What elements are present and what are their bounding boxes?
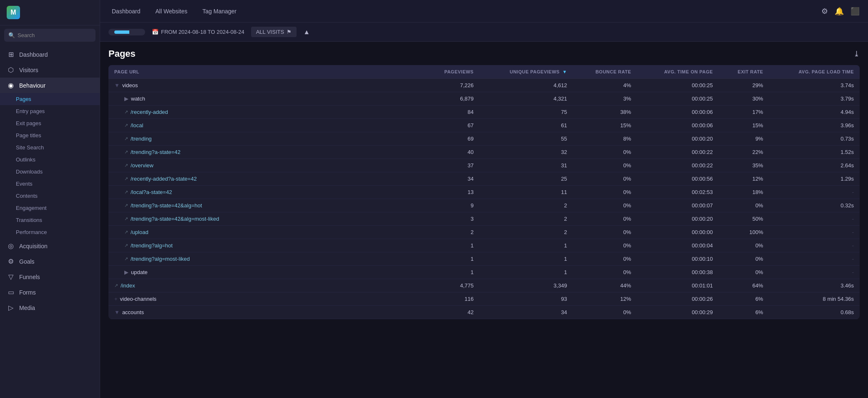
page-url-link[interactable]: /recently-added?a-state=42: [131, 176, 197, 182]
search-box[interactable]: 🔍 Search: [4, 29, 96, 42]
sidebar-item-dashboard[interactable]: ⊞ Dashboard: [0, 47, 100, 62]
cell-avg-time: 00:00:22: [637, 146, 719, 159]
cell-bounce-rate: 0%: [573, 212, 637, 226]
sidebar-sub-contents[interactable]: Contents: [0, 190, 100, 202]
col-header-avg-time[interactable]: AVG. TIME ON PAGE: [637, 65, 719, 79]
transitions-label: Transitions: [16, 217, 42, 223]
logo-area: M: [0, 0, 100, 25]
sidebar-item-funnels[interactable]: ▽ Funnels: [0, 269, 100, 285]
sidebar-sub-entry-pages[interactable]: Entry pages: [0, 105, 100, 117]
page-url-link[interactable]: /trending?a-state=42: [131, 149, 181, 155]
cell-page-url: ▶ update: [108, 266, 424, 279]
cell-avg-time: 00:00:38: [637, 266, 719, 279]
cell-bounce-rate: 0%: [573, 239, 637, 252]
sidebar-sub-engagement[interactable]: Engagement: [0, 202, 100, 214]
cell-avg-time: 00:02:53: [637, 186, 719, 199]
sidebar-sub-transitions[interactable]: Transitions: [0, 214, 100, 226]
cell-exit-rate: 0%: [719, 252, 769, 266]
cell-pageviews: 4,775: [424, 279, 479, 292]
cell-avg-time: 00:00:22: [637, 159, 719, 172]
cell-unique-pageviews: 93: [479, 292, 573, 306]
expand-icon[interactable]: +: [114, 296, 118, 302]
cell-load-time: 4.94s: [769, 106, 860, 119]
cell-avg-time: 00:00:06: [637, 119, 719, 132]
cell-page-url: + video-channels: [108, 292, 424, 306]
cell-bounce-rate: 0%: [573, 266, 637, 279]
cell-exit-rate: 17%: [719, 106, 769, 119]
goals-icon: ⚙: [7, 257, 15, 265]
col-header-bounce-rate[interactable]: BOUNCE RATE: [573, 65, 637, 79]
collapse-icon[interactable]: ▲: [303, 28, 310, 36]
segment-selector[interactable]: [108, 29, 145, 35]
visits-filter[interactable]: ALL VISITS ⚑: [251, 27, 297, 37]
contents-label: Contents: [16, 193, 38, 199]
sidebar-item-media[interactable]: ▷ Media: [0, 300, 100, 315]
cell-avg-time: 00:00:20: [637, 132, 719, 146]
sidebar: M 🔍 Search ⊞ Dashboard ⬡ Visitors ◉ Beha…: [0, 0, 100, 398]
cell-load-time: -: [769, 239, 860, 252]
cell-avg-time: 00:00:20: [637, 212, 719, 226]
topnav-all-websites[interactable]: All Websites: [152, 6, 191, 16]
table-row: ↗ /trending 69 55 8% 00:00:20 9% 0.73s: [108, 132, 860, 146]
sidebar-sub-downloads[interactable]: Downloads: [0, 166, 100, 178]
page-url-link[interactable]: /local: [131, 122, 143, 128]
date-range[interactable]: 📅 FROM 2024-08-18 TO 2024-08-24: [152, 29, 244, 35]
page-url-link[interactable]: /trending?a-state=42&alg=hot: [131, 202, 202, 209]
page-url-link[interactable]: /local?a-state=42: [131, 189, 172, 195]
sort-arrow-icon: ▼: [562, 69, 567, 74]
sidebar-sub-performance[interactable]: Performance: [0, 226, 100, 238]
collapse-row-icon[interactable]: ▼: [114, 309, 120, 315]
cell-avg-time: 00:00:26: [637, 292, 719, 306]
page-url-label: accounts: [122, 309, 144, 315]
entry-pages-label: Entry pages: [16, 108, 45, 114]
page-url-link[interactable]: /trending?alg=hot: [131, 242, 173, 249]
col-header-pageviews[interactable]: PAGEVIEWS: [424, 65, 479, 79]
page-url-link[interactable]: /trending: [131, 136, 152, 142]
content-area: Pages ⤓ PAGE URL PAGEVIEWS UNIQUE PAGEVI…: [100, 42, 868, 398]
cell-pageviews: 84: [424, 106, 479, 119]
page-url-link[interactable]: /trending?alg=most-liked: [131, 256, 190, 262]
notifications-icon[interactable]: 🔔: [835, 7, 844, 16]
cell-exit-rate: 22%: [719, 146, 769, 159]
sidebar-sub-outlinks[interactable]: Outlinks: [0, 154, 100, 166]
export-icon[interactable]: ⤓: [853, 49, 860, 58]
col-header-load-time[interactable]: AVG. PAGE LOAD TIME: [769, 65, 860, 79]
topnav-dashboard[interactable]: Dashboard: [108, 6, 144, 16]
col-header-exit-rate[interactable]: EXIT RATE: [719, 65, 769, 79]
cell-page-url: ↗ /local?a-state=42: [108, 186, 424, 199]
cell-exit-rate: 18%: [719, 186, 769, 199]
sidebar-item-behaviour[interactable]: ◉ Behaviour: [0, 78, 100, 93]
sidebar-item-goals[interactable]: ⚙ Goals: [0, 254, 100, 269]
collapse-row-icon[interactable]: ▼: [114, 82, 120, 88]
external-link-icon: ↗: [124, 216, 128, 222]
page-url-link[interactable]: /trending?a-state=42&alg=most-liked: [131, 216, 219, 222]
cell-pageviews: 1: [424, 266, 479, 279]
topnav-tag-manager[interactable]: Tag Manager: [199, 6, 240, 16]
sidebar-sub-exit-pages[interactable]: Exit pages: [0, 117, 100, 129]
sidebar-sub-site-search[interactable]: Site Search: [0, 141, 100, 154]
page-url-link[interactable]: /recently-added: [131, 109, 168, 115]
sidebar-sub-page-titles[interactable]: Page titles: [0, 129, 100, 141]
page-url-link[interactable]: /index: [121, 282, 135, 289]
sidebar-item-acquisition[interactable]: ◎ Acquisition: [0, 238, 100, 254]
settings-icon[interactable]: ⚙: [821, 7, 828, 16]
cell-load-time: -: [769, 252, 860, 266]
sidebar-sub-pages[interactable]: Pages: [0, 93, 100, 105]
cell-exit-rate: 35%: [719, 159, 769, 172]
external-link-icon: ↗: [124, 256, 128, 262]
sidebar-item-visitors[interactable]: ⬡ Visitors: [0, 62, 100, 78]
cell-exit-rate: 29%: [719, 79, 769, 92]
downloads-label: Downloads: [16, 169, 43, 175]
sidebar-item-forms[interactable]: ▭ Forms: [0, 285, 100, 300]
col-header-unique-pageviews[interactable]: UNIQUE PAGEVIEWS ▼: [479, 65, 573, 79]
sidebar-sub-events[interactable]: Events: [0, 178, 100, 190]
cell-page-url: ▼ videos: [108, 79, 424, 92]
col-header-page-url[interactable]: PAGE URL: [108, 65, 424, 79]
user-icon[interactable]: ⬛: [850, 7, 860, 16]
cell-avg-time: 00:00:00: [637, 226, 719, 239]
table-row: ↗ /trending?alg=most-liked 1 1 0% 00:00:…: [108, 252, 860, 266]
cell-exit-rate: 15%: [719, 119, 769, 132]
page-url-link[interactable]: /overview: [131, 162, 153, 169]
page-url-link[interactable]: /upload: [131, 229, 148, 235]
cell-bounce-rate: 4%: [573, 79, 637, 92]
